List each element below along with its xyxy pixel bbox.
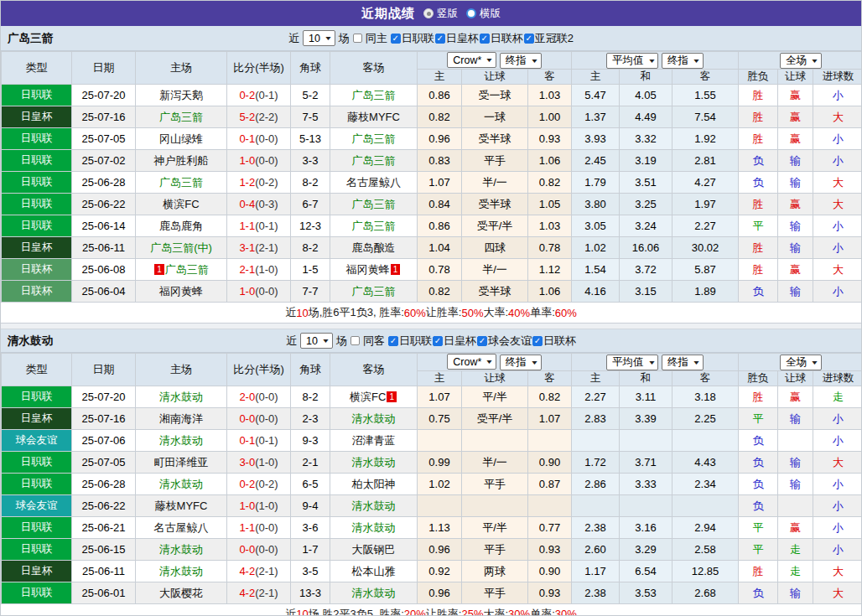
bookmaker-select[interactable]: Crow*▼ — [447, 52, 496, 68]
handicap-cell: 受半球 — [462, 281, 528, 303]
score-cell: 1-1(0-1) — [227, 215, 291, 237]
home-team-cell[interactable]: 清水鼓动 — [136, 474, 227, 495]
away-team-cell[interactable]: 沼津青蓝 — [330, 430, 418, 452]
away-team-cell[interactable]: 广岛三箭 — [330, 85, 418, 106]
layout-radio-horizontal[interactable]: 横版 — [466, 7, 501, 21]
handicap-cell: 半/一 — [462, 172, 528, 194]
summary-text: 近10场,胜6平1负3, 胜率:60% 让胜率:50% 大率:40% 单率:60… — [1, 303, 861, 324]
league-type-cell: 日职联 — [2, 474, 72, 495]
avg-time-select[interactable]: 终指▼ — [662, 53, 704, 69]
home-team-cell[interactable]: 1广岛三箭 — [136, 259, 227, 281]
match-date-cell: 25-07-20 — [72, 386, 136, 408]
home-team-cell[interactable]: 广岛三箭 — [136, 172, 227, 194]
home-team-cell[interactable]: 广岛三箭(中) — [136, 237, 227, 259]
same-venue-checkbox[interactable] — [353, 34, 362, 43]
avg-select[interactable]: 平均值▼ — [606, 53, 658, 69]
scope-select[interactable]: 全场▼ — [780, 355, 822, 370]
away-team-cell[interactable]: 横滨FC1 — [330, 386, 418, 408]
checkbox-checked-icon[interactable] — [391, 34, 401, 44]
away-team-cell[interactable]: 广岛三箭 — [330, 128, 418, 150]
home-team-cell[interactable]: 名古屋鲸八 — [136, 517, 227, 539]
home-team-cell[interactable]: 鹿岛鹿角 — [136, 215, 227, 237]
checkbox-checked-icon[interactable] — [480, 34, 490, 44]
avg-home-cell: 4.16 — [572, 281, 620, 303]
home-team-cell[interactable]: 大阪樱花 — [136, 582, 227, 604]
away-team-cell[interactable]: 广岛三箭 — [330, 194, 418, 215]
match-count-select[interactable]: 10▼ — [300, 333, 333, 349]
away-team-cell[interactable]: 广岛三箭 — [330, 215, 418, 237]
away-team-cell[interactable]: 松本山雅 — [330, 561, 418, 582]
match-date-cell: 25-06-08 — [72, 259, 136, 281]
away-team-cell[interactable]: 清水鼓动 — [330, 517, 418, 539]
match-date-cell: 25-06-15 — [72, 539, 136, 561]
home-team-cell[interactable]: 清水鼓动 — [136, 539, 227, 561]
table-row: 日皇杯25-07-16湘南海洋0-0(0-0)2-3清水鼓动0.75受平/半1.… — [2, 408, 862, 430]
avg-away-cell: 12.85 — [672, 561, 739, 582]
away-team-cell[interactable]: 广岛三箭 — [330, 150, 418, 172]
away-team-cell[interactable]: 大阪钢巴 — [330, 539, 418, 561]
away-team-cell[interactable]: 清水鼓动 — [330, 408, 418, 430]
result-goals-cell: 小 — [813, 281, 862, 303]
home-team-cell[interactable]: 福冈黄蜂 — [136, 281, 227, 303]
sub-col-header: 客 — [528, 70, 572, 85]
odds-time-select[interactable]: 终指▼ — [500, 355, 542, 370]
away-team-cell[interactable]: 福冈黄蜂1 — [330, 259, 418, 281]
same-venue-checkbox[interactable] — [351, 336, 360, 345]
away-team-cell[interactable]: 清水鼓动 — [330, 495, 418, 517]
home-team-cell[interactable]: 神户胜利船 — [136, 150, 227, 172]
match-date-cell: 25-06-21 — [72, 517, 136, 539]
result-handicap-cell: 赢 — [778, 106, 813, 128]
away-team-cell[interactable]: 名古屋鲸八 — [330, 172, 418, 194]
scope-select[interactable]: 全场▼ — [780, 53, 822, 69]
match-count-select[interactable]: 10▼ — [303, 30, 335, 46]
handicap-cell: 平手 — [462, 474, 528, 495]
home-team-cell[interactable]: 町田泽维亚 — [136, 452, 227, 474]
home-team-cell[interactable]: 清水鼓动 — [136, 561, 227, 582]
avg-away-cell: 2.34 — [672, 474, 739, 495]
avg-time-select[interactable]: 终指▼ — [662, 355, 704, 370]
chevron-down-icon: ▼ — [647, 58, 656, 64]
result-wdl-cell: 平 — [739, 408, 778, 430]
bookmaker-select[interactable]: Crow*▼ — [447, 354, 496, 370]
checkbox-checked-icon[interactable] — [532, 336, 543, 346]
result-handicap-cell: 赢 — [778, 128, 813, 150]
checkbox-checked-icon[interactable] — [388, 336, 398, 346]
layout-radio-vertical[interactable]: 竖版 — [423, 7, 458, 21]
away-team-cell[interactable]: 广岛三箭 — [330, 281, 418, 303]
avg-select[interactable]: 平均值▼ — [606, 355, 658, 370]
away-team-cell[interactable]: 柏太阳神 — [330, 474, 418, 495]
col-header: 角球 — [291, 52, 330, 85]
home-team-cell[interactable]: 冈山绿雉 — [136, 128, 227, 150]
league-type-cell: 日职联 — [2, 215, 72, 237]
checkbox-checked-icon[interactable] — [433, 336, 443, 346]
away-team-cell[interactable]: 清水鼓动 — [330, 582, 418, 604]
result-wdl-cell: 平 — [739, 539, 778, 561]
corners-cell: 13-3 — [291, 582, 330, 604]
odds-time-select[interactable]: 终指▼ — [500, 53, 542, 69]
odds-home-cell: 0.84 — [418, 194, 462, 215]
result-wdl-cell: 平 — [739, 517, 778, 539]
result-goals-cell: 大 — [813, 106, 862, 128]
odds-away-cell: 0.90 — [528, 452, 572, 474]
odds-home-cell: 0.96 — [418, 582, 462, 604]
home-team-cell[interactable]: 湘南海洋 — [136, 408, 227, 430]
home-team-cell[interactable]: 清水鼓动 — [136, 430, 227, 452]
corners-cell: 9-3 — [291, 430, 330, 452]
result-handicap-cell: 输 — [778, 237, 813, 259]
radio-checked-icon[interactable] — [423, 8, 434, 18]
checkbox-checked-icon[interactable] — [477, 336, 487, 346]
away-team-cell[interactable]: 藤枝MYFC — [330, 106, 418, 128]
away-team-cell[interactable]: 鹿岛酿造 — [330, 237, 418, 259]
home-team-cell[interactable]: 藤枝MYFC — [136, 495, 227, 517]
table-row: 日职联25-07-02神户胜利船1-0(0-0)3-3广岛三箭0.83平手1.0… — [2, 150, 862, 172]
corners-cell: 3-5 — [291, 561, 330, 582]
home-team-cell[interactable]: 新泻天鹅 — [136, 85, 227, 106]
home-team-cell[interactable]: 清水鼓动 — [136, 386, 227, 408]
handicap-cell: 受半球 — [462, 128, 528, 150]
checkbox-checked-icon[interactable] — [435, 34, 445, 44]
checkbox-checked-icon[interactable] — [524, 34, 534, 44]
home-team-cell[interactable]: 横滨FC — [136, 194, 227, 215]
away-team-cell[interactable]: 清水鼓动 — [330, 452, 418, 474]
radio-unchecked-icon[interactable] — [466, 8, 476, 18]
home-team-cell[interactable]: 广岛三箭 — [136, 106, 227, 128]
